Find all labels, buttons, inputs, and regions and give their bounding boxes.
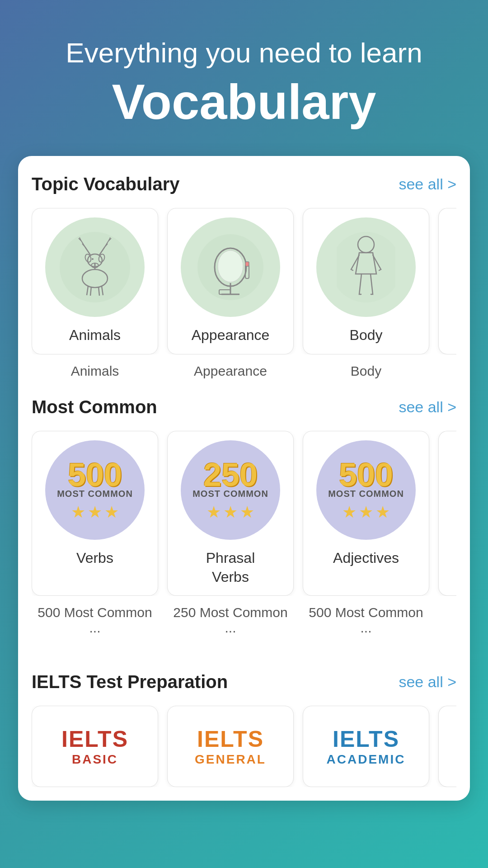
adjectives-bottom-label: 500 Most Common ...: [303, 605, 429, 636]
svg-point-5: [92, 258, 94, 260]
phrasal-stars: ★ ★ ★: [206, 503, 254, 522]
phrasal-card-image: 250 MOST COMMON ★ ★ ★: [181, 440, 280, 540]
verbs-badge: 500 MOST COMMON ★ ★ ★: [57, 458, 133, 522]
phrasal-card-label: PhrasalVerbs: [206, 549, 255, 586]
common-see-all-link[interactable]: see all >: [399, 398, 456, 416]
verbs-badge-text: MOST COMMON: [57, 489, 133, 499]
adjectives-badge: 500 MOST COMMON ★ ★ ★: [328, 458, 404, 522]
ielts-academic-main: IELTS: [333, 726, 399, 752]
verbs-stars: ★ ★ ★: [71, 503, 119, 522]
appearance-card-label: Appearance: [192, 326, 270, 345]
verbs-number: 500: [68, 458, 122, 491]
body-card-label: Body: [350, 326, 383, 345]
adjectives-badge-text: MOST COMMON: [328, 489, 404, 499]
topic-cards-row: Animals: [32, 208, 456, 354]
body-card-image: [316, 217, 416, 317]
hero-subtitle: Everything you need to learn: [27, 36, 461, 70]
animals-card-image: [45, 217, 145, 317]
ielts-card-basic[interactable]: IELTS BASIC: [32, 706, 158, 787]
adjectives-number: 500: [339, 458, 393, 491]
common-section-title: Most Common: [32, 397, 157, 417]
topic-card-body[interactable]: Body: [303, 208, 429, 354]
body-bottom-label: Body: [303, 363, 429, 379]
svg-point-26: [218, 250, 243, 282]
adjectives-card-label: Adjectives: [333, 549, 399, 568]
topic-partial-card: [438, 208, 456, 354]
phrasal-badge: 250 MOST COMMON ★ ★ ★: [192, 458, 268, 522]
adjectives-card-image: 500 MOST COMMON ★ ★ ★: [316, 440, 416, 540]
topic-card-animals[interactable]: Animals: [32, 208, 158, 354]
animals-card-label: Animals: [69, 326, 121, 345]
ielts-see-all-link[interactable]: see all >: [399, 673, 456, 691]
appearance-bottom-label: Appearance: [167, 363, 294, 379]
ielts-section-header: IELTS Test Preparation see all >: [32, 672, 456, 692]
hero-title: Vocabulary: [27, 74, 461, 129]
content-card: Topic Vocabulary see all >: [18, 156, 470, 801]
common-section-header: Most Common see all >: [32, 397, 456, 417]
ielts-card-academic[interactable]: IELTS ACADEMIC: [303, 706, 429, 787]
ielts-general-sub: GENERAL: [195, 752, 266, 767]
ielts-basic-sub: BASIC: [72, 752, 118, 767]
common-card-adjectives[interactable]: 500 MOST COMMON ★ ★ ★ Adjectives: [303, 431, 429, 596]
common-labels-row: 500 Most Common ... 250 Most Common ... …: [32, 605, 456, 636]
ielts-card-general[interactable]: IELTS GENERAL: [167, 706, 294, 787]
common-partial-card: [438, 431, 456, 596]
common-cards-row: 500 MOST COMMON ★ ★ ★ Verbs 250 MOST COM…: [32, 431, 456, 596]
hero-section: Everything you need to learn Vocabulary: [0, 0, 488, 156]
ielts-section-title: IELTS Test Preparation: [32, 672, 228, 692]
ielts-cards-row: IELTS BASIC IELTS GENERAL IELTS ACADEMIC: [32, 706, 456, 787]
animals-bottom-label: Animals: [32, 363, 158, 379]
verbs-bottom-label: 500 Most Common ...: [32, 605, 158, 636]
phrasal-badge-text: MOST COMMON: [192, 489, 268, 499]
verbs-card-image: 500 MOST COMMON ★ ★ ★: [45, 440, 145, 540]
topic-section-title: Topic Vocabulary: [32, 174, 179, 194]
svg-rect-28: [245, 262, 249, 266]
topic-see-all-link[interactable]: see all >: [399, 175, 456, 193]
appearance-card-image: [181, 217, 280, 317]
ielts-partial-card: [438, 706, 456, 787]
topic-card-appearance[interactable]: Appearance: [167, 208, 294, 354]
phrasal-bottom-label: 250 Most Common ...: [167, 605, 294, 636]
common-card-verbs[interactable]: 500 MOST COMMON ★ ★ ★ Verbs: [32, 431, 158, 596]
phrasal-number: 250: [203, 458, 258, 491]
svg-point-30: [337, 232, 395, 302]
topic-section-header: Topic Vocabulary see all >: [32, 174, 456, 194]
ielts-section: IELTS Test Preparation see all > IELTS B…: [32, 672, 456, 787]
ielts-general-main: IELTS: [197, 726, 264, 752]
verbs-card-label: Verbs: [76, 549, 113, 568]
ielts-academic-sub: ACADEMIC: [327, 752, 406, 767]
topic-labels-row: Animals Appearance Body: [32, 363, 456, 379]
common-card-phrasal[interactable]: 250 MOST COMMON ★ ★ ★ PhrasalVerbs: [167, 431, 294, 596]
adjectives-stars: ★ ★ ★: [342, 503, 390, 522]
ielts-basic-main: IELTS: [61, 726, 128, 752]
